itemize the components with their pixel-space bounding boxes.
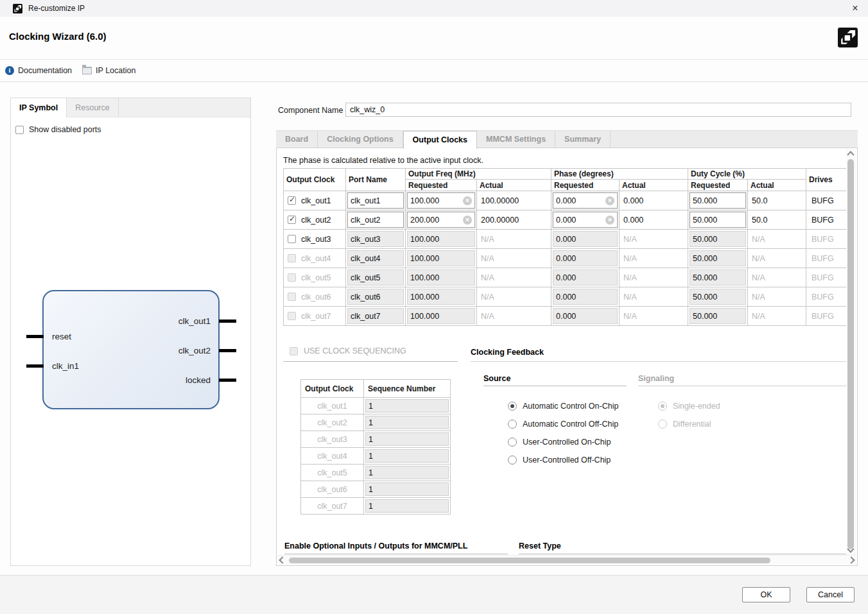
port-stub <box>219 320 236 323</box>
source-radio-option[interactable]: Automatic Control On-Chip <box>508 397 618 415</box>
clock-enable-checkbox[interactable] <box>288 312 296 320</box>
freq-requested-field[interactable]: 100.000 <box>407 192 475 209</box>
output-clock-row: clk_out1 clk_out1 100.000 100.00000 0.00… <box>284 191 850 210</box>
ip-location-button[interactable]: IP Location <box>82 66 135 75</box>
port-name-field[interactable]: clk_out2 <box>347 212 404 228</box>
settings-tab[interactable]: Summary <box>555 131 611 148</box>
dialog-titlebar: Re-customize IP × <box>0 0 868 17</box>
phase-requested-field[interactable]: 0.000 <box>553 231 618 247</box>
scroll-up-icon[interactable] <box>847 151 854 158</box>
clear-value-icon[interactable] <box>605 196 614 205</box>
scroll-right-icon[interactable] <box>847 556 855 563</box>
radio-icon[interactable] <box>658 402 667 411</box>
vertical-scrollbar[interactable] <box>846 149 856 555</box>
settings-tab[interactable]: Board <box>276 131 318 148</box>
port-name-field[interactable]: clk_out7 <box>347 308 404 324</box>
port-stub <box>26 364 44 368</box>
settings-tab[interactable]: Output Clocks <box>403 131 477 149</box>
output-clock-row: clk_out5 clk_out5 100.000 N/A 0.000 N/A … <box>284 268 850 287</box>
left-panel-tab[interactable]: IP Symbol <box>11 98 67 117</box>
checkbox-icon[interactable] <box>15 126 24 134</box>
freq-requested-field[interactable]: 100.000 <box>407 308 475 324</box>
source-radio-option[interactable]: User-Controlled Off-Chip <box>508 451 618 469</box>
phase-actual-value: N/A <box>620 254 637 263</box>
clock-enable-checkbox[interactable] <box>288 293 296 301</box>
horizontal-scroll-thumb[interactable] <box>289 558 770 563</box>
vertical-scroll-thumb[interactable] <box>847 159 854 549</box>
col-drives: Drives <box>806 169 850 191</box>
clear-value-icon[interactable] <box>463 216 472 225</box>
phase-requested-field[interactable]: 0.000 <box>553 212 618 228</box>
output-clock-row: clk_out2 clk_out2 200.000 200.00000 0.00… <box>284 210 850 230</box>
phase-actual-value: N/A <box>620 273 637 282</box>
duty-requested-field[interactable]: 50.000 <box>690 212 746 228</box>
clock-enable-checkbox[interactable] <box>288 216 296 224</box>
radio-icon[interactable] <box>508 420 517 429</box>
phase-actual-value: N/A <box>620 293 637 302</box>
port-name-field[interactable]: clk_out4 <box>347 250 404 266</box>
clock-enable-checkbox[interactable] <box>288 254 296 262</box>
freq-requested-field[interactable]: 200.000 <box>407 212 475 228</box>
show-disabled-ports-checkbox[interactable]: Show disabled ports <box>15 125 250 134</box>
duty-requested-field[interactable]: 50.000 <box>690 289 746 305</box>
phase-requested-field[interactable]: 0.000 <box>553 308 618 324</box>
source-radio-option[interactable]: Automatic Control Off-Chip <box>508 415 618 433</box>
drives-value: BUFG <box>806 312 834 321</box>
duty-actual-value: N/A <box>748 235 765 244</box>
component-name-input[interactable] <box>345 103 851 117</box>
freq-requested-field[interactable]: 100.000 <box>407 231 475 247</box>
phase-actual-value: N/A <box>620 312 637 321</box>
phase-requested-field[interactable]: 0.000 <box>553 192 618 209</box>
phase-requested-field[interactable]: 0.000 <box>553 289 618 305</box>
port-name-field[interactable]: clk_out1 <box>347 192 404 209</box>
port-name-field[interactable]: clk_out5 <box>347 269 404 286</box>
port-stub <box>219 349 236 352</box>
source-radio-option[interactable]: User-Controlled On-Chip <box>508 433 618 451</box>
signaling-radio-option[interactable]: Single-ended <box>658 397 720 415</box>
clock-enable-checkbox[interactable] <box>288 235 296 243</box>
duty-actual-value: N/A <box>748 273 765 282</box>
clear-value-icon[interactable] <box>463 196 472 205</box>
port-name-field[interactable]: clk_out3 <box>347 231 404 247</box>
radio-icon[interactable] <box>508 438 517 447</box>
duty-requested-field[interactable]: 50.000 <box>690 250 746 266</box>
sequence-row: clk_out2 1 <box>301 414 451 431</box>
dialog-footer: OK Cancel <box>0 575 868 614</box>
documentation-button[interactable]: i Documentation <box>5 66 72 75</box>
radio-icon[interactable] <box>508 402 517 411</box>
freq-requested-field[interactable]: 100.000 <box>407 269 475 286</box>
duty-requested-field[interactable]: 50.000 <box>690 231 746 247</box>
radio-icon[interactable] <box>658 420 667 429</box>
freq-requested-field[interactable]: 100.000 <box>407 250 475 266</box>
signaling-title: Signaling <box>638 374 674 383</box>
port-name-field[interactable]: clk_out6 <box>347 289 404 305</box>
freq-requested-field[interactable]: 100.000 <box>407 289 475 305</box>
radio-icon[interactable] <box>508 456 517 465</box>
phase-requested-field[interactable]: 0.000 <box>553 250 618 266</box>
checkbox-icon <box>290 347 298 355</box>
close-icon[interactable]: × <box>849 2 862 15</box>
sequence-row: clk_out5 1 <box>301 465 451 481</box>
duty-requested-field[interactable]: 50.000 <box>690 308 746 324</box>
phase-note: The phase is calculated relative to the … <box>283 156 483 165</box>
col-output-clock: Output Clock <box>284 169 346 191</box>
clock-enable-checkbox[interactable] <box>288 196 296 205</box>
col-freq-actual: Actual <box>477 180 551 191</box>
use-clock-sequencing-checkbox[interactable]: USE CLOCK SEQUENCING <box>290 346 406 355</box>
signaling-radio-option[interactable]: Differential <box>658 415 720 433</box>
clear-value-icon[interactable] <box>605 216 614 225</box>
settings-tab[interactable]: MMCM Settings <box>477 131 555 148</box>
ok-button[interactable]: OK <box>742 587 790 602</box>
horizontal-scrollbar[interactable] <box>277 555 856 565</box>
duty-requested-field[interactable]: 50.000 <box>690 269 746 286</box>
cancel-button[interactable]: Cancel <box>806 587 855 602</box>
signaling-options: Single-ended Differential <box>658 397 720 433</box>
drives-value: BUFG <box>806 235 834 244</box>
scroll-left-icon[interactable] <box>279 556 286 563</box>
settings-tab[interactable]: Clocking Options <box>318 131 403 148</box>
port-stub <box>26 335 44 338</box>
duty-requested-field[interactable]: 50.000 <box>690 192 746 209</box>
clock-enable-checkbox[interactable] <box>288 273 296 282</box>
phase-requested-field[interactable]: 0.000 <box>553 269 618 286</box>
left-panel-tab[interactable]: Resource <box>67 98 119 117</box>
